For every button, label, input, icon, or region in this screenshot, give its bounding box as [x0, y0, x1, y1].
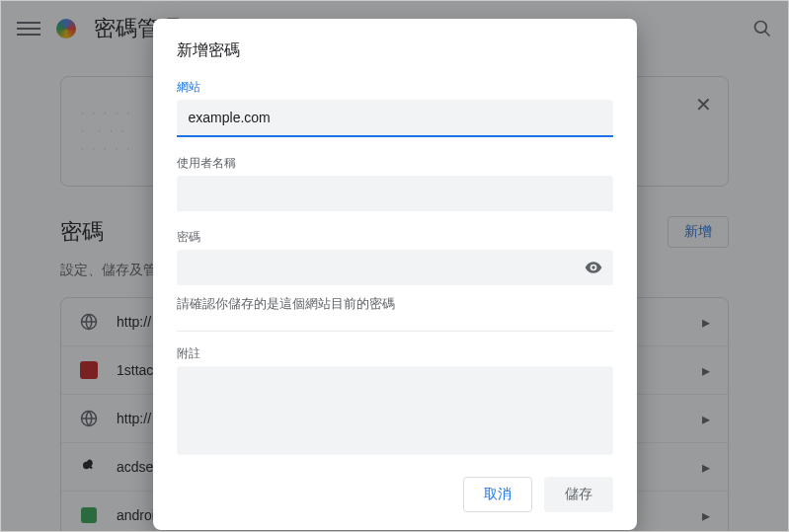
password-input[interactable] — [177, 250, 613, 285]
site-label: 網站 — [177, 79, 613, 96]
dialog-title: 新增密碼 — [177, 40, 613, 61]
site-input[interactable] — [177, 100, 613, 137]
divider — [177, 331, 613, 332]
cancel-button[interactable]: 取消 — [463, 477, 532, 512]
username-input[interactable] — [177, 176, 613, 211]
username-label: 使用者名稱 — [177, 155, 613, 172]
save-button[interactable]: 儲存 — [544, 477, 613, 512]
add-password-dialog: 新增密碼 網站 使用者名稱 密碼 請確認你儲存的是這個網站目前的密碼 附註 取消… — [153, 19, 637, 530]
password-helper-text: 請確認你儲存的是這個網站目前的密碼 — [177, 295, 613, 313]
note-label: 附註 — [177, 345, 613, 362]
show-password-icon[interactable] — [584, 258, 603, 277]
password-label: 密碼 — [177, 229, 613, 246]
note-input[interactable] — [177, 366, 613, 455]
